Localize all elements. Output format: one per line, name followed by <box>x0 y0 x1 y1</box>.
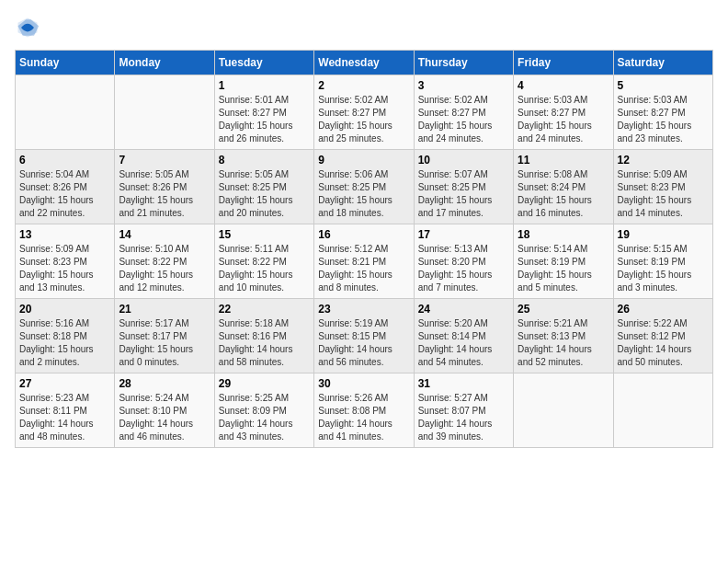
day-number: 21 <box>119 303 210 316</box>
day-number: 12 <box>618 154 709 167</box>
day-detail: Sunrise: 5:05 AMSunset: 8:25 PMDaylight:… <box>219 168 310 220</box>
calendar-day-cell: 14Sunrise: 5:10 AMSunset: 8:22 PMDayligh… <box>115 224 214 299</box>
calendar-day-cell: 22Sunrise: 5:18 AMSunset: 8:16 PMDayligh… <box>214 299 313 373</box>
calendar-day-cell: 6Sunrise: 5:04 AMSunset: 8:26 PMDaylight… <box>16 150 115 224</box>
calendar-day-cell: 12Sunrise: 5:09 AMSunset: 8:23 PMDayligh… <box>613 150 712 224</box>
day-number: 4 <box>518 79 609 92</box>
day-number: 5 <box>618 79 709 92</box>
day-detail: Sunrise: 5:21 AMSunset: 8:13 PMDaylight:… <box>518 317 609 369</box>
logo-icon <box>15 15 40 40</box>
calendar-day-cell: 31Sunrise: 5:27 AMSunset: 8:07 PMDayligh… <box>414 373 513 448</box>
day-detail: Sunrise: 5:11 AMSunset: 8:22 PMDaylight:… <box>219 243 310 294</box>
day-detail: Sunrise: 5:03 AMSunset: 8:27 PMDaylight:… <box>518 94 609 145</box>
calendar-week-row: 13Sunrise: 5:09 AMSunset: 8:23 PMDayligh… <box>16 224 713 299</box>
day-detail: Sunrise: 5:09 AMSunset: 8:23 PMDaylight:… <box>618 168 709 220</box>
calendar-day-cell: 2Sunrise: 5:02 AMSunset: 8:27 PMDaylight… <box>314 75 414 150</box>
day-detail: Sunrise: 5:18 AMSunset: 8:16 PMDaylight:… <box>219 317 310 369</box>
calendar-table: SundayMondayTuesdayWednesdayThursdayFrid… <box>15 50 713 448</box>
day-number: 13 <box>19 228 110 241</box>
day-number: 31 <box>418 377 509 390</box>
day-detail: Sunrise: 5:05 AMSunset: 8:26 PMDaylight:… <box>119 168 210 220</box>
calendar-day-cell <box>115 75 214 150</box>
day-detail: Sunrise: 5:06 AMSunset: 8:25 PMDaylight:… <box>318 168 409 220</box>
day-number: 1 <box>219 79 310 92</box>
calendar-day-cell: 30Sunrise: 5:26 AMSunset: 8:08 PMDayligh… <box>314 373 414 448</box>
day-of-week-header: Wednesday <box>314 51 414 75</box>
calendar-week-row: 20Sunrise: 5:16 AMSunset: 8:18 PMDayligh… <box>16 299 713 373</box>
day-detail: Sunrise: 5:14 AMSunset: 8:19 PMDaylight:… <box>518 243 609 294</box>
calendar-day-cell: 19Sunrise: 5:15 AMSunset: 8:19 PMDayligh… <box>613 224 712 299</box>
calendar-day-cell: 15Sunrise: 5:11 AMSunset: 8:22 PMDayligh… <box>214 224 313 299</box>
day-detail: Sunrise: 5:23 AMSunset: 8:11 PMDaylight:… <box>19 392 110 443</box>
day-number: 17 <box>418 228 509 241</box>
day-detail: Sunrise: 5:17 AMSunset: 8:17 PMDaylight:… <box>119 317 210 369</box>
calendar-day-cell: 23Sunrise: 5:19 AMSunset: 8:15 PMDayligh… <box>314 299 414 373</box>
day-number: 2 <box>318 79 409 92</box>
calendar-day-cell <box>514 373 613 448</box>
calendar-day-cell: 1Sunrise: 5:01 AMSunset: 8:27 PMDaylight… <box>214 75 313 150</box>
day-detail: Sunrise: 5:20 AMSunset: 8:14 PMDaylight:… <box>418 317 509 369</box>
day-detail: Sunrise: 5:02 AMSunset: 8:27 PMDaylight:… <box>318 94 409 145</box>
day-detail: Sunrise: 5:15 AMSunset: 8:19 PMDaylight:… <box>618 243 709 294</box>
day-number: 11 <box>518 154 609 167</box>
day-detail: Sunrise: 5:09 AMSunset: 8:23 PMDaylight:… <box>19 243 110 294</box>
day-number: 10 <box>418 154 509 167</box>
calendar-day-cell: 28Sunrise: 5:24 AMSunset: 8:10 PMDayligh… <box>115 373 214 448</box>
calendar-day-cell: 21Sunrise: 5:17 AMSunset: 8:17 PMDayligh… <box>115 299 214 373</box>
calendar-day-cell: 3Sunrise: 5:02 AMSunset: 8:27 PMDaylight… <box>414 75 513 150</box>
day-detail: Sunrise: 5:26 AMSunset: 8:08 PMDaylight:… <box>318 392 409 443</box>
day-number: 27 <box>19 377 110 390</box>
calendar-header-row: SundayMondayTuesdayWednesdayThursdayFrid… <box>16 51 713 75</box>
day-number: 18 <box>518 228 609 241</box>
calendar-day-cell: 16Sunrise: 5:12 AMSunset: 8:21 PMDayligh… <box>314 224 414 299</box>
day-detail: Sunrise: 5:10 AMSunset: 8:22 PMDaylight:… <box>119 243 210 294</box>
day-of-week-header: Sunday <box>16 51 115 75</box>
day-number: 9 <box>318 154 409 167</box>
logo <box>15 15 44 40</box>
day-number: 24 <box>418 303 509 316</box>
day-number: 3 <box>418 79 509 92</box>
day-number: 16 <box>318 228 409 241</box>
day-detail: Sunrise: 5:01 AMSunset: 8:27 PMDaylight:… <box>219 94 310 145</box>
calendar-day-cell <box>16 75 115 150</box>
day-number: 23 <box>318 303 409 316</box>
day-detail: Sunrise: 5:24 AMSunset: 8:10 PMDaylight:… <box>119 392 210 443</box>
day-of-week-header: Monday <box>115 51 214 75</box>
calendar-week-row: 6Sunrise: 5:04 AMSunset: 8:26 PMDaylight… <box>16 150 713 224</box>
day-detail: Sunrise: 5:12 AMSunset: 8:21 PMDaylight:… <box>318 243 409 294</box>
day-detail: Sunrise: 5:13 AMSunset: 8:20 PMDaylight:… <box>418 243 509 294</box>
day-number: 30 <box>318 377 409 390</box>
calendar-day-cell: 27Sunrise: 5:23 AMSunset: 8:11 PMDayligh… <box>16 373 115 448</box>
day-number: 19 <box>618 228 709 241</box>
calendar-week-row: 1Sunrise: 5:01 AMSunset: 8:27 PMDaylight… <box>16 75 713 150</box>
calendar-day-cell: 11Sunrise: 5:08 AMSunset: 8:24 PMDayligh… <box>514 150 613 224</box>
day-of-week-header: Tuesday <box>214 51 313 75</box>
day-number: 28 <box>119 377 210 390</box>
day-number: 26 <box>618 303 709 316</box>
day-detail: Sunrise: 5:04 AMSunset: 8:26 PMDaylight:… <box>19 168 110 220</box>
day-number: 14 <box>119 228 210 241</box>
day-number: 6 <box>19 154 110 167</box>
day-number: 29 <box>219 377 310 390</box>
day-number: 22 <box>219 303 310 316</box>
calendar-day-cell <box>613 373 712 448</box>
calendar-day-cell: 5Sunrise: 5:03 AMSunset: 8:27 PMDaylight… <box>613 75 712 150</box>
day-detail: Sunrise: 5:07 AMSunset: 8:25 PMDaylight:… <box>418 168 509 220</box>
calendar-day-cell: 29Sunrise: 5:25 AMSunset: 8:09 PMDayligh… <box>214 373 313 448</box>
day-of-week-header: Saturday <box>613 51 712 75</box>
day-detail: Sunrise: 5:08 AMSunset: 8:24 PMDaylight:… <box>518 168 609 220</box>
day-of-week-header: Thursday <box>414 51 513 75</box>
day-detail: Sunrise: 5:19 AMSunset: 8:15 PMDaylight:… <box>318 317 409 369</box>
calendar-day-cell: 8Sunrise: 5:05 AMSunset: 8:25 PMDaylight… <box>214 150 313 224</box>
day-number: 20 <box>19 303 110 316</box>
day-detail: Sunrise: 5:03 AMSunset: 8:27 PMDaylight:… <box>618 94 709 145</box>
calendar-day-cell: 17Sunrise: 5:13 AMSunset: 8:20 PMDayligh… <box>414 224 513 299</box>
day-number: 15 <box>219 228 310 241</box>
calendar-day-cell: 25Sunrise: 5:21 AMSunset: 8:13 PMDayligh… <box>514 299 613 373</box>
calendar-day-cell: 7Sunrise: 5:05 AMSunset: 8:26 PMDaylight… <box>115 150 214 224</box>
calendar-day-cell: 13Sunrise: 5:09 AMSunset: 8:23 PMDayligh… <box>16 224 115 299</box>
calendar-day-cell: 24Sunrise: 5:20 AMSunset: 8:14 PMDayligh… <box>414 299 513 373</box>
calendar-day-cell: 20Sunrise: 5:16 AMSunset: 8:18 PMDayligh… <box>16 299 115 373</box>
day-detail: Sunrise: 5:22 AMSunset: 8:12 PMDaylight:… <box>618 317 709 369</box>
calendar-day-cell: 18Sunrise: 5:14 AMSunset: 8:19 PMDayligh… <box>514 224 613 299</box>
